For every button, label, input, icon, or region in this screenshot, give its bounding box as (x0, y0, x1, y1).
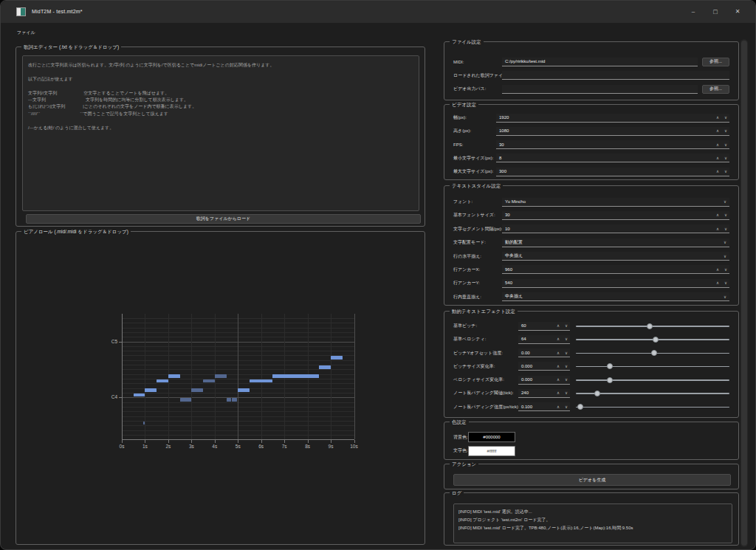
x-tick (215, 440, 216, 443)
spin-down-icon[interactable]: ∨ (724, 142, 727, 147)
path-field[interactable] (502, 71, 729, 80)
spin-field[interactable]: 0.100∧∨ (518, 402, 570, 411)
slider-track[interactable] (576, 403, 729, 410)
spin-down-icon[interactable]: ∨ (565, 391, 568, 395)
browse-button[interactable]: 参照... (702, 85, 729, 94)
midi-note (203, 379, 215, 383)
spin-field[interactable]: 30∧∨ (496, 140, 729, 149)
slider-handle[interactable] (607, 363, 613, 369)
field-value: 0.00 (518, 351, 530, 355)
spin-up-icon[interactable]: ∧ (716, 128, 719, 133)
combo-arrow-icon[interactable]: ∨ (724, 238, 726, 247)
spin-down-icon[interactable]: ∨ (724, 227, 727, 231)
spin-up-icon[interactable]: ∧ (716, 281, 719, 285)
spin-down-icon[interactable]: ∨ (565, 337, 568, 341)
menu-item-file[interactable]: ファイル (15, 23, 38, 42)
y-tick (119, 342, 122, 343)
spin-field[interactable]: 240∧∨ (518, 389, 570, 398)
combo-field[interactable]: 動的配置∨ (502, 238, 729, 247)
slider-handle[interactable] (577, 404, 583, 410)
spin-up-icon[interactable]: ∧ (557, 323, 560, 328)
spin-down-icon[interactable]: ∨ (724, 281, 727, 285)
slider-track[interactable] (576, 362, 729, 370)
browse-button[interactable]: 参照... (702, 58, 729, 66)
slider-track[interactable] (576, 323, 729, 330)
combo-arrow-icon[interactable]: ∨ (724, 292, 726, 300)
midi-note (145, 388, 157, 392)
spin-field[interactable]: 8∧∨ (496, 154, 729, 162)
color-swatch[interactable]: #ffffff (468, 446, 515, 456)
spin-down-icon[interactable]: ∨ (565, 364, 568, 368)
spin-up-icon[interactable]: ∧ (557, 391, 560, 395)
log-line: [INFO] MIDI 'test.mid' ロード完了。TPB:480,ノート… (458, 524, 727, 532)
slider-handle[interactable] (653, 337, 659, 343)
slider-track[interactable] (576, 377, 729, 384)
spin-down-icon[interactable]: ∨ (724, 115, 727, 120)
spin-field[interactable]: 1080∧∨ (496, 127, 729, 136)
slider-handle[interactable] (594, 391, 600, 396)
spin-field[interactable]: 0.000∧∨ (518, 362, 570, 371)
spin-field[interactable]: 60∧∨ (518, 322, 570, 331)
spin-down-icon[interactable]: ∨ (565, 323, 568, 328)
spin-field[interactable]: 30∧∨ (502, 211, 729, 220)
spin-field[interactable]: 10∧∨ (502, 224, 729, 233)
path-field[interactable]: C:/py/ririkku/test.mid (502, 58, 698, 66)
combo-arrow-icon[interactable]: ∨ (724, 252, 726, 260)
maximize-button[interactable]: □ (707, 1, 724, 23)
slider-track[interactable] (576, 349, 729, 357)
right-panel-scrollbar[interactable] (740, 39, 748, 547)
slider-handle[interactable] (651, 350, 657, 356)
lyrics-editor-textarea[interactable]: 改行ごとに文字列表示は区切られます。文/字/列 のように文字列を/で区切ることで… (22, 55, 419, 211)
combo-field[interactable]: 中央揃え∨ (502, 292, 729, 301)
spin-down-icon[interactable]: ∨ (724, 169, 727, 173)
spin-up-icon[interactable]: ∧ (716, 267, 719, 272)
settings-row: 最大文字サイズ(px):300∧∨ (444, 167, 738, 176)
field-value: 540 (502, 281, 512, 285)
spin-up-icon[interactable]: ∧ (716, 227, 719, 231)
settings-row: 背景色:#000000 (444, 432, 738, 442)
spin-field[interactable]: 540∧∨ (502, 279, 729, 288)
spin-field[interactable]: 0.00∧∨ (518, 348, 570, 357)
close-button[interactable]: ✕ (729, 1, 746, 23)
spin-down-icon[interactable]: ∨ (724, 267, 727, 272)
spin-up-icon[interactable]: ∧ (716, 115, 719, 120)
spin-up-icon[interactable]: ∧ (716, 169, 719, 173)
spin-up-icon[interactable]: ∧ (557, 337, 560, 341)
field-value: C:/py/ririkku/test.mid (502, 59, 545, 63)
minimize-button[interactable]: – (685, 1, 701, 23)
path-field[interactable] (502, 85, 698, 94)
generate-video-button[interactable]: ビデオを生成 (453, 474, 731, 486)
slider-track[interactable] (576, 336, 729, 343)
settings-row: 文字配置モード:動的配置∨ (444, 238, 738, 247)
spin-up-icon[interactable]: ∧ (716, 142, 719, 147)
setting-label: 文字色: (453, 447, 468, 454)
scrollbar-handle[interactable] (741, 41, 747, 546)
combo-arrow-icon[interactable]: ∨ (724, 198, 726, 206)
slider-track[interactable] (576, 390, 729, 397)
combo-field[interactable]: 中央揃え∨ (502, 252, 729, 261)
spin-field[interactable]: 300∧∨ (496, 168, 729, 176)
spin-down-icon[interactable]: ∨ (724, 213, 727, 217)
spin-up-icon[interactable]: ∧ (557, 364, 560, 368)
spin-up-icon[interactable]: ∧ (557, 377, 560, 382)
spin-up-icon[interactable]: ∧ (716, 156, 719, 160)
spin-field[interactable]: 960∧∨ (502, 265, 729, 274)
spin-field[interactable]: 1920∧∨ (496, 114, 729, 123)
slider-handle[interactable] (647, 323, 653, 329)
midi-note (227, 398, 232, 402)
spin-up-icon[interactable]: ∧ (557, 405, 560, 409)
load-lyrics-button[interactable]: 歌詞をファイルからロード (26, 214, 421, 224)
spin-down-icon[interactable]: ∨ (724, 128, 727, 133)
color-swatch[interactable]: #000000 (468, 432, 515, 442)
spin-down-icon[interactable]: ∨ (565, 351, 568, 355)
spin-field[interactable]: 64∧∨ (518, 335, 570, 344)
spin-field[interactable]: 0.000∧∨ (518, 376, 570, 385)
slider-handle[interactable] (607, 377, 613, 383)
combo-field[interactable]: Yu Mincho∨ (502, 198, 729, 207)
spin-up-icon[interactable]: ∧ (557, 351, 560, 355)
spin-down-icon[interactable]: ∨ (724, 156, 727, 160)
spin-down-icon[interactable]: ∨ (565, 405, 568, 409)
spin-up-icon[interactable]: ∧ (716, 213, 719, 217)
spin-down-icon[interactable]: ∨ (565, 377, 568, 382)
group-title: ファイル設定 (450, 38, 484, 45)
